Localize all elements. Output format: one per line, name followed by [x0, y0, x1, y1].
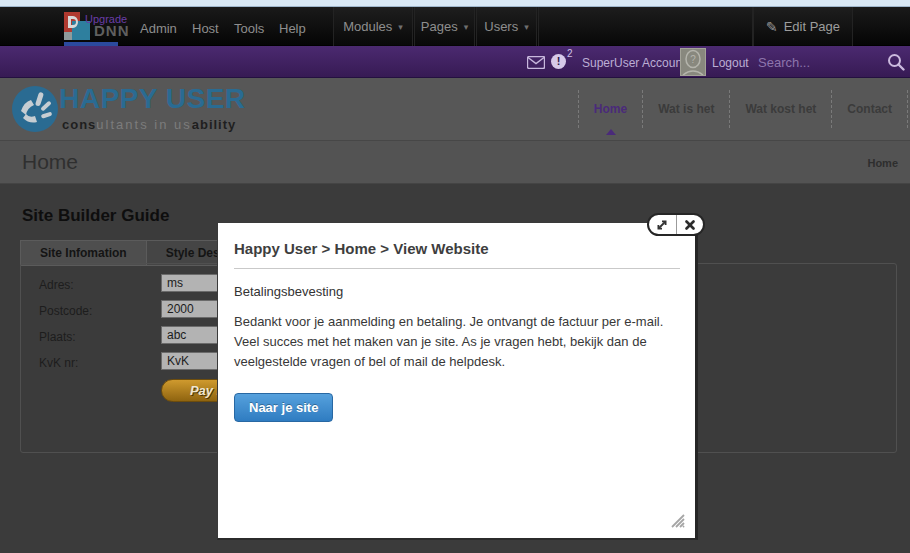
maximize-icon: [656, 219, 668, 231]
breadcrumb-band: Home Home: [0, 141, 910, 184]
nav-label: Wat is het: [658, 102, 714, 116]
dnn-control-panel: Upgrade DNN Admin Host Tools Help Module…: [0, 7, 910, 46]
menu-item-host[interactable]: Host: [192, 21, 219, 36]
modal-subtitle: Betalingsbevesting: [234, 284, 680, 299]
menu-item-help[interactable]: Help: [279, 21, 306, 36]
search-input[interactable]: [758, 51, 880, 73]
edit-page-button[interactable]: ✎ Edit Page: [753, 7, 853, 46]
plaats-label: Plaats:: [39, 330, 76, 344]
logout-link[interactable]: Logout: [712, 56, 749, 70]
naar-je-site-button[interactable]: Naar je site: [234, 393, 333, 422]
pencil-icon: ✎: [766, 19, 778, 35]
close-button[interactable]: [676, 215, 704, 234]
mail-icon[interactable]: [527, 56, 545, 69]
main-nav: Home Wat is het Wat kost het Contact: [578, 90, 908, 128]
profile-silhouette-icon: ?: [681, 49, 705, 75]
resize-grip[interactable]: [668, 511, 686, 529]
alert-icon[interactable]: !: [551, 54, 566, 69]
menu-item-tools[interactable]: Tools: [234, 21, 264, 36]
modal-dialog: Happy User > Home > View Website Betalin…: [217, 222, 698, 540]
dropdown-users[interactable]: Users ▾: [476, 7, 537, 46]
superuser-account-link[interactable]: SuperUser Account: [582, 56, 685, 70]
menu-item-admin[interactable]: Admin: [140, 21, 177, 36]
search-icon[interactable]: [887, 53, 905, 71]
dropdown-modules[interactable]: Modules ▾: [333, 7, 413, 46]
nav-item-wat-is-het[interactable]: Wat is het: [642, 90, 729, 128]
dropdown-users-label: Users: [484, 19, 518, 34]
chevron-down-icon: ▾: [464, 22, 469, 32]
module-heading: Site Builder Guide: [22, 206, 169, 226]
user-bar: ! 2 SuperUser Account ? Logout: [0, 46, 910, 78]
browser-edge-strip: [0, 0, 910, 7]
maximize-button[interactable]: [649, 215, 676, 234]
postcode-label: Postcode:: [39, 304, 92, 318]
page-title: Home: [22, 150, 78, 174]
dnn-logo-text: DNN: [94, 22, 130, 39]
chevron-down-icon: ▾: [524, 22, 529, 32]
happy-user-logo-icon[interactable]: [11, 85, 59, 133]
nav-item-contact[interactable]: Contact: [831, 90, 908, 128]
notification-count-badge: 2: [567, 48, 573, 59]
dropdown-pages[interactable]: Pages ▾: [414, 7, 475, 46]
kvk-label: KvK nr:: [39, 356, 78, 370]
nav-label: Contact: [847, 102, 892, 116]
nav-label: Home: [594, 102, 627, 116]
nav-item-wat-kost-het[interactable]: Wat kost het: [729, 90, 831, 128]
close-icon: [685, 220, 695, 230]
nav-label: Wat kost het: [745, 102, 816, 116]
site-logo-title[interactable]: HAPPY USER: [59, 83, 246, 115]
modal-inner: Happy User > Home > View Website Betalin…: [218, 223, 695, 422]
dropdown-pages-label: Pages: [421, 19, 458, 34]
svg-text:?: ?: [690, 54, 696, 65]
tagline-part: cons: [62, 117, 96, 132]
modal-controls: [647, 213, 705, 236]
modal-title: Happy User > Home > View Website: [234, 240, 680, 257]
control-panel-spacer: [538, 7, 753, 46]
active-nav-arrow-icon: [606, 129, 616, 135]
nav-item-home[interactable]: Home: [578, 90, 642, 128]
site-header: HAPPY USER consultants in usability Home…: [0, 78, 910, 141]
dropdown-modules-label: Modules: [343, 19, 392, 34]
breadcrumb[interactable]: Home: [867, 157, 898, 169]
chevron-down-icon: ▾: [398, 22, 403, 32]
modal-divider: [234, 268, 680, 269]
modal-body-text: Bedankt voor je aanmelding en betaling. …: [234, 312, 680, 372]
screen: Upgrade DNN Admin Host Tools Help Module…: [0, 0, 910, 553]
adres-label: Adres:: [39, 278, 74, 292]
edit-page-label: Edit Page: [784, 19, 840, 34]
tagline-part: ultants in us: [96, 117, 191, 132]
tagline-part: ability: [192, 117, 237, 132]
site-logo-tagline: consultants in usability: [62, 117, 236, 132]
avatar[interactable]: ?: [680, 48, 706, 76]
